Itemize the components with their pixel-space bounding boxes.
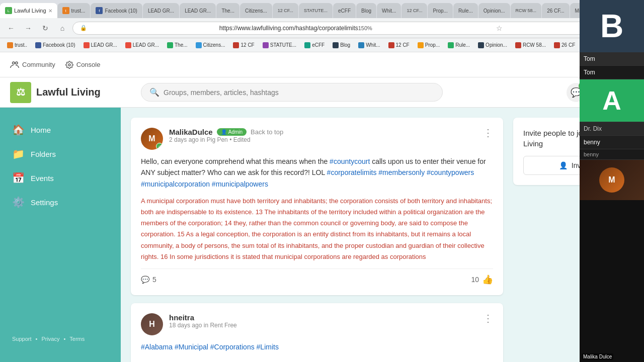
tab-12cf1[interactable]: 12 CF... xyxy=(273,3,298,18)
hashtag-countypowers[interactable]: #countypowers xyxy=(427,168,474,176)
tab-close[interactable]: ✕ xyxy=(48,8,52,14)
bookmark-icon-lead2 xyxy=(125,42,131,48)
support-link[interactable]: Support xyxy=(12,336,32,342)
bookmark-icon-12cf xyxy=(233,42,239,48)
page: Community Console ⚖ Lawful Living 🔍 💬 7 xyxy=(0,52,644,362)
like-button[interactable]: 👍 xyxy=(482,274,493,285)
tab-rcw[interactable]: RCW 58... xyxy=(511,3,542,18)
sidebar-item-events[interactable]: 📅 Events xyxy=(0,166,121,190)
bookmark-lead1[interactable]: LEAD GR... xyxy=(80,41,120,49)
bookmark-12cf[interactable]: 12 CF xyxy=(230,41,257,49)
bookmark-the[interactable]: The... xyxy=(164,41,191,49)
console-nav-item[interactable]: Console xyxy=(65,61,101,69)
bookmark-12cf2[interactable]: 12 CF xyxy=(385,41,413,49)
sidebar: 🏠 Home 📁 Folders 📅 Events ⚙️ Settings Su… xyxy=(0,108,121,362)
chat-user-tom2[interactable]: Tom xyxy=(580,66,644,79)
chat-username-benny: benny xyxy=(584,139,640,146)
bookmark-trust[interactable]: trust.. xyxy=(4,41,30,49)
bookmark-statute[interactable]: STATUTE... xyxy=(260,41,299,49)
tab-lead2[interactable]: LEAD GR... xyxy=(180,3,216,18)
back-to-top-link[interactable]: Back to top xyxy=(251,128,283,136)
chat-user-A-block[interactable]: A xyxy=(580,79,644,122)
site-logo[interactable]: ⚖ Lawful Living xyxy=(10,82,131,103)
chat-username-benny2: benny xyxy=(584,151,640,157)
bookmark-icon-blog xyxy=(333,42,339,48)
bookmark-blog[interactable]: Blog xyxy=(330,41,353,49)
bookmark-icon-the xyxy=(167,42,173,48)
bookmark-citizens[interactable]: Citizens... xyxy=(193,41,228,49)
comment-count: 5 xyxy=(152,276,156,284)
logo-svg: ⚖ xyxy=(13,84,29,101)
sidebar-events-label: Events xyxy=(31,174,54,183)
footer-dot2: • xyxy=(63,336,65,342)
bookmark-26cf[interactable]: 26 CF xyxy=(551,41,578,49)
tab-blog[interactable]: Blog xyxy=(356,3,376,18)
tab-favicon: L xyxy=(5,7,12,14)
tab-lead1[interactable]: LEAD GR... xyxy=(143,3,179,18)
post-card-1: M ✓ MalikaDulce 👤 Admin Back to top xyxy=(131,118,503,295)
tab-fb[interactable]: f Facebook (10) xyxy=(91,3,142,18)
bookmark-rcw[interactable]: RCW 58... xyxy=(512,41,549,49)
sidebar-item-home[interactable]: 🏠 Home xyxy=(0,118,121,142)
search-input[interactable] xyxy=(164,88,434,97)
folders-icon: 📁 xyxy=(12,148,25,160)
tab-statute[interactable]: STATUTE... xyxy=(299,3,333,18)
post-text-1: Hello, can everyone comprehend what this… xyxy=(141,156,493,190)
chat-user-drdix[interactable]: Dr. Dix xyxy=(580,122,644,136)
hashtag-countycourt[interactable]: #countycourt xyxy=(330,157,370,165)
comment-action[interactable]: 💬 5 xyxy=(141,276,156,284)
hashtag-municipalpowers[interactable]: #municipalpowers xyxy=(212,180,268,188)
url-text: https://www.lawfulliving.com/hashtag/cor… xyxy=(219,25,358,32)
tab-trust[interactable]: t trust... xyxy=(57,3,91,18)
post-more-button-2[interactable]: ⋮ xyxy=(483,313,493,323)
back-button[interactable]: ← xyxy=(4,21,18,35)
admin-badge: 👤 Admin xyxy=(217,128,247,136)
tab-whit[interactable]: Whit... xyxy=(377,3,401,18)
home-button[interactable]: ⌂ xyxy=(55,21,69,35)
tab-citizens[interactable]: Citizens... xyxy=(240,3,272,18)
community-label: Community xyxy=(22,61,55,68)
hashtag-corporatelimits[interactable]: #corporatelimits xyxy=(327,168,377,176)
chat-user-tom[interactable]: Tom xyxy=(580,52,644,66)
bookmark-icon-26cf xyxy=(554,42,560,48)
tab-opinion[interactable]: Opinion... xyxy=(478,3,510,18)
bookmark-fb[interactable]: Facebook (10) xyxy=(32,41,78,49)
sidebar-item-folders[interactable]: 📁 Folders xyxy=(0,142,121,166)
sidebar-item-settings[interactable]: ⚙️ Settings xyxy=(0,190,121,214)
tab-the[interactable]: The... xyxy=(216,3,239,18)
search-bar[interactable]: 🔍 xyxy=(141,83,443,102)
post-more-button-1[interactable]: ⋮ xyxy=(483,128,493,138)
bookmark-opinion[interactable]: Opinion... xyxy=(475,41,510,49)
bookmark-ecff[interactable]: eCFF xyxy=(301,41,328,49)
active-tab[interactable]: L Lawful Living ✕ xyxy=(0,3,57,18)
hashtag-membersonly[interactable]: #membersonly xyxy=(378,168,425,176)
like-count: 10 xyxy=(471,276,479,284)
post-avatar-malika: M ✓ xyxy=(141,128,163,150)
reload-button[interactable]: ↻ xyxy=(38,21,52,35)
bookmark-rule[interactable]: Rule... xyxy=(445,41,473,49)
community-nav-item[interactable]: Community xyxy=(10,60,55,69)
address-bar[interactable]: 🔒 https://www.lawfulliving.com/hashtag/c… xyxy=(72,22,640,35)
bookmark-icon-12cf2 xyxy=(388,42,394,48)
tab-ecff[interactable]: eCFF xyxy=(333,3,356,18)
bookmark-prop[interactable]: Prop... xyxy=(415,41,443,49)
chat-username-drdix: Dr. Dix xyxy=(584,125,640,132)
bookmark-icon-prop xyxy=(418,42,424,48)
tab-26cf[interactable]: 26 CF... xyxy=(542,3,569,18)
tab-prop[interactable]: Prop... xyxy=(428,3,452,18)
post-text-2: #Alabama #Municipal #Corporations #Limit… xyxy=(141,341,493,352)
bookmark-lead2[interactable]: LEAD GR... xyxy=(122,41,162,49)
tab-rule[interactable]: Rule... xyxy=(453,3,478,18)
browser-tabs: L Lawful Living ✕ t trust... f Facebook … xyxy=(0,0,644,18)
post-meta-2: hneitra 18 days ago in Rent Free xyxy=(169,313,477,329)
forward-button[interactable]: → xyxy=(21,21,35,35)
post-header-2: H hneitra 18 days ago in Rent Free xyxy=(141,313,493,335)
chat-user-benny[interactable]: benny xyxy=(580,136,644,149)
bookmark-whit[interactable]: Whit... xyxy=(355,41,383,49)
hashtag-municipalcorporation[interactable]: #municipalcorporation xyxy=(141,180,210,188)
zoom-level: 150% xyxy=(358,25,495,31)
privacy-link[interactable]: Privacy xyxy=(41,336,59,342)
tab-12cf2[interactable]: 12 CF... xyxy=(401,3,427,18)
terms-link[interactable]: Terms xyxy=(69,336,85,342)
bookmark-icon-ecff xyxy=(304,42,310,48)
